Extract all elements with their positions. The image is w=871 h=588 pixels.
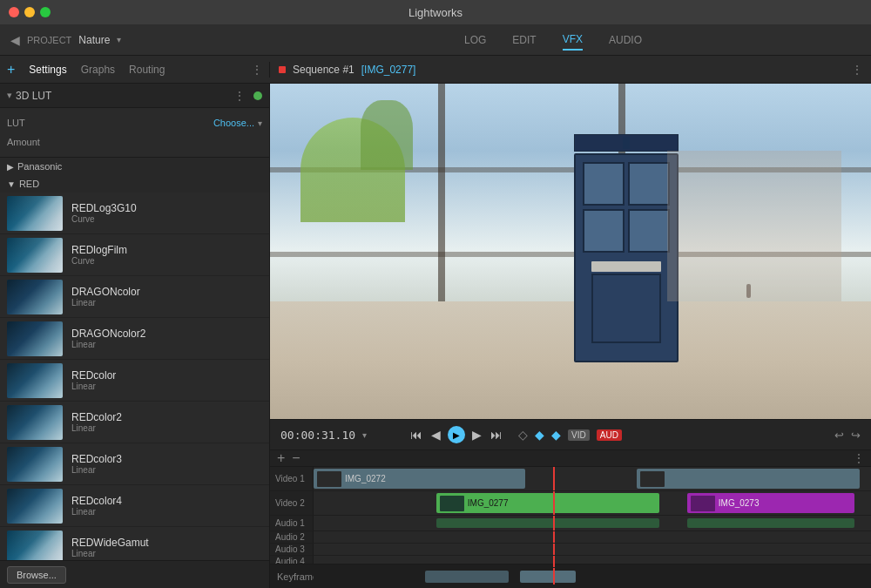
playhead <box>553 516 555 531</box>
audio-badge-red: AUD <box>597 429 622 441</box>
clip-img0272[interactable]: IMG_0272 <box>314 469 525 489</box>
redo-icon[interactable]: ↪ <box>851 429 861 442</box>
collapse-icon[interactable]: ▾ <box>7 90 12 101</box>
group-label: RED <box>19 179 39 189</box>
playhead[interactable] <box>553 467 555 490</box>
list-item[interactable]: REDlogFilm Curve <box>0 234 269 276</box>
lut-info: DRAGONcolor2 Linear <box>71 328 145 349</box>
maximize-button[interactable] <box>40 7 51 17</box>
transport-bar: 00:00:31.10 ▾ ⏮ ◀ ▶ ▶ ⏭ ◇ ◆ ◆ VID AUD ↩ … <box>270 419 871 450</box>
back-button[interactable]: ◀ <box>10 33 20 47</box>
panel-menu-icon[interactable]: ⋮ <box>234 90 245 102</box>
video-background <box>270 84 871 419</box>
skip-end-button[interactable]: ⏭ <box>489 426 504 443</box>
lut-thumbnail <box>7 321 63 356</box>
subtoolbar-menu-icon[interactable]: ⋮ <box>252 64 262 76</box>
track-content-audio4 <box>314 556 871 567</box>
browse-button[interactable]: Browse... <box>7 566 66 584</box>
transport-right: ↩ ↪ <box>834 429 861 442</box>
tab-log[interactable]: LOG <box>464 30 486 50</box>
clip-thumbnail <box>440 496 464 511</box>
background-building <box>667 151 841 301</box>
list-item[interactable]: REDcolor2 Linear <box>0 402 269 443</box>
lut-name: DRAGONcolor2 <box>71 328 145 340</box>
tab-edit[interactable]: EDIT <box>512 30 536 50</box>
lut-type: Linear <box>71 507 122 517</box>
track-content-video2: IMG_0277 IMG_0273 <box>314 491 871 515</box>
tl-tracks: Video 1 IMG_0272 Video 2 <box>270 467 871 585</box>
all-clip[interactable] <box>520 571 576 583</box>
sub-tab-routing[interactable]: Routing <box>129 64 165 76</box>
timeline-menu-icon[interactable]: ⋮ <box>854 452 864 464</box>
lut-name: REDcolor4 <box>71 495 122 507</box>
undo-icon[interactable]: ↩ <box>834 429 844 442</box>
tardis-top <box>574 134 679 152</box>
video1-track: Video 1 IMG_0272 <box>270 467 871 491</box>
all-track: All <box>270 568 871 585</box>
lut-type: Curve <box>71 256 127 266</box>
list-item[interactable]: REDcolor3 Linear <box>0 443 269 485</box>
choose-dropdown-icon[interactable]: ▾ <box>258 118 262 128</box>
next-frame-button[interactable]: ▶ <box>470 426 483 443</box>
list-item[interactable]: REDcolor4 Linear <box>0 485 269 527</box>
sub-tab-settings[interactable]: Settings <box>29 64 66 76</box>
audio-clip[interactable] <box>436 518 659 528</box>
lut-thumbnail <box>7 280 63 314</box>
clip-empty1[interactable] <box>637 469 860 489</box>
playhead <box>553 544 555 555</box>
project-dropdown-icon[interactable]: ▾ <box>117 35 121 44</box>
add-effect-button[interactable]: + <box>7 62 15 78</box>
lut-type: Linear <box>71 382 116 391</box>
lut-thumbnail <box>7 447 63 482</box>
sequence-indicator <box>279 66 286 73</box>
audio2-track: Audio 2 <box>270 531 871 544</box>
list-item[interactable]: REDWideGamut Linear <box>0 527 269 560</box>
prev-frame-button[interactable]: ◀ <box>429 426 442 443</box>
close-button[interactable] <box>9 7 19 17</box>
tab-vfx[interactable]: VFX <box>563 30 583 51</box>
list-item[interactable]: REDLog3G10 Curve <box>0 193 269 234</box>
audio-clip[interactable] <box>687 518 854 528</box>
lut-name: REDcolor2 <box>71 411 122 423</box>
out-marker-button[interactable]: ◆ <box>535 428 544 442</box>
video-badge: VID <box>568 429 590 441</box>
sequence-menu-icon[interactable]: ⋮ <box>852 64 862 76</box>
lut-info: DRAGONcolor Linear <box>71 286 140 308</box>
lut-type: Linear <box>71 340 145 349</box>
tardis <box>574 134 679 361</box>
subtoolbar: + Settings Graphs Routing ⋮ Sequence #1 … <box>0 56 871 84</box>
amount-setting-row: Amount <box>7 132 262 152</box>
clip-img0273[interactable]: IMG_0273 <box>687 493 854 513</box>
panel-bottom: Browse... <box>0 560 269 588</box>
titlebar: Lightworks <box>0 0 871 24</box>
lut-group-red[interactable]: ▼ RED <box>0 175 269 193</box>
navbar: ◀ PROJECT Nature ▾ LOG EDIT VFX AUDIO <box>0 24 871 56</box>
lut-info: REDLog3G10 Curve <box>71 202 137 224</box>
track-label-audio1: Audio 1 <box>270 516 314 531</box>
clip-name: IMG_0277 <box>468 498 509 508</box>
clip-name: IMG_0273 <box>719 498 760 508</box>
play-button[interactable]: ▶ <box>448 426 465 443</box>
choose-button[interactable]: Choose... <box>213 118 254 128</box>
minimize-button[interactable] <box>24 7 35 17</box>
list-item[interactable]: DRAGONcolor2 Linear <box>0 318 269 360</box>
lut-group-panasonic[interactable]: ▶ Panasonic <box>0 158 269 175</box>
tab-audio[interactable]: AUDIO <box>609 30 642 50</box>
time-dropdown-icon[interactable]: ▾ <box>362 430 367 440</box>
clip-img0277[interactable]: IMG_0277 <box>436 493 659 513</box>
audio4-track: Audio 4 <box>270 556 871 568</box>
list-item[interactable]: DRAGONcolor Linear <box>0 276 269 318</box>
all-clip[interactable] <box>425 571 509 583</box>
tardis-windows <box>576 155 677 260</box>
panel-title: 3D LUT <box>16 90 234 102</box>
zoom-in-button[interactable]: + <box>277 450 285 466</box>
list-item[interactable]: REDcolor Linear <box>0 360 269 402</box>
group-label: Panasonic <box>17 161 62 172</box>
sub-tab-graphs[interactable]: Graphs <box>81 64 115 76</box>
skip-start-button[interactable]: ⏮ <box>408 426 424 443</box>
zoom-out-button[interactable]: − <box>292 450 300 466</box>
tardis-sign <box>591 261 661 272</box>
track-content-audio3 <box>314 544 871 555</box>
in-marker-button[interactable]: ◇ <box>518 428 528 442</box>
nav-tabs: LOG EDIT VFX AUDIO <box>270 30 836 51</box>
